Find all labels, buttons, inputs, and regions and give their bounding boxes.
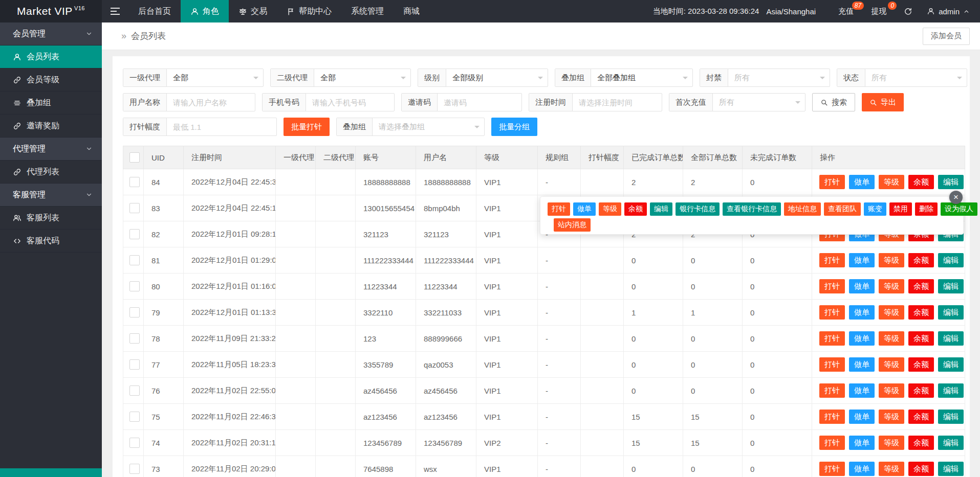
popup-action-bank-card-info-button[interactable]: 银行卡信息 (676, 202, 720, 216)
filter-phone-input[interactable] (306, 94, 394, 111)
popup-action-edit-button[interactable]: 编辑 (650, 202, 672, 216)
filter-agent1-select[interactable]: 全部 (167, 69, 263, 86)
row-action-level-button[interactable]: 等级 (879, 305, 904, 320)
popup-action-balance-button[interactable]: 余额 (624, 202, 647, 216)
nav-item-mall[interactable]: 商城 (394, 0, 429, 22)
row-action-make-order-button[interactable]: 做单 (849, 279, 875, 293)
row-checkbox[interactable] (129, 464, 140, 474)
nav-item-home[interactable]: 后台首页 (128, 0, 181, 22)
nav-item-trade[interactable]: 交易 (229, 0, 277, 22)
nav-item-help-center[interactable]: 帮助中心 (277, 0, 341, 22)
sidebar-item-service-list[interactable]: 客服列表 (0, 207, 102, 230)
sidebar-item-service-code[interactable]: 客服代码 (0, 230, 102, 253)
row-action-make-order-button[interactable]: 做单 (849, 462, 875, 476)
sidebar-item-member-level[interactable]: 会员等级 (0, 69, 102, 92)
refresh-icon[interactable] (904, 7, 912, 16)
row-action-make-order-button[interactable]: 做单 (849, 410, 875, 424)
row-checkbox[interactable] (129, 255, 140, 265)
row-action-level-button[interactable]: 等级 (879, 175, 904, 189)
popup-action-view-team-button[interactable]: 查看团队 (824, 202, 861, 216)
row-checkbox[interactable] (129, 412, 140, 422)
row-action-edit-button[interactable]: 编辑 (938, 253, 964, 267)
row-action-make-order-button[interactable]: 做单 (849, 253, 875, 267)
filter-agent2-select[interactable]: 全部 (314, 69, 410, 86)
popup-action-make-order-button[interactable]: 做单 (573, 202, 596, 216)
row-action-edit-button[interactable]: 编辑 (938, 462, 964, 476)
filter-invite-code-input[interactable] (438, 94, 521, 111)
filter-reg-time-input[interactable] (573, 94, 662, 111)
sidebar-item-member-list[interactable]: 会员列表 (0, 46, 102, 69)
row-action-balance-button[interactable]: 余额 (908, 357, 934, 372)
sidebar-section-member-management[interactable]: 会员管理 (0, 22, 102, 46)
row-checkbox[interactable] (129, 359, 140, 370)
sidebar-item-stack-group[interactable]: 叠加组 (0, 92, 102, 115)
row-action-balance-button[interactable]: 余额 (908, 175, 934, 189)
row-checkbox[interactable] (129, 177, 140, 187)
row-action-edit-button[interactable]: 编辑 (938, 383, 964, 398)
row-action-inject-button[interactable]: 打针 (819, 462, 845, 476)
filter-ban-select[interactable]: 所有 (728, 69, 830, 86)
nav-item-system[interactable]: 系统管理 (341, 0, 394, 22)
add-member-button[interactable]: 添加会员 (923, 28, 970, 45)
row-action-make-order-button[interactable]: 做单 (849, 357, 875, 372)
row-checkbox[interactable] (129, 281, 140, 291)
row-action-balance-button[interactable]: 余额 (908, 305, 934, 320)
row-checkbox[interactable] (129, 333, 140, 344)
row-action-edit-button[interactable]: 编辑 (938, 305, 964, 320)
row-action-inject-button[interactable]: 打针 (819, 410, 845, 424)
sidebar-item-agent-list[interactable]: 代理列表 (0, 161, 102, 184)
withdraw-link[interactable]: 提现 0 (871, 7, 886, 16)
popup-action-level-button[interactable]: 等级 (599, 202, 621, 216)
row-action-inject-button[interactable]: 打针 (819, 383, 845, 398)
select-all-checkbox[interactable] (129, 152, 140, 163)
row-action-balance-button[interactable]: 余额 (908, 436, 934, 450)
user-menu[interactable]: admin (927, 7, 970, 16)
row-action-level-button[interactable]: 等级 (879, 357, 904, 372)
row-action-inject-button[interactable]: 打针 (819, 175, 845, 189)
hamburger-icon[interactable] (102, 0, 128, 22)
row-checkbox[interactable] (129, 229, 140, 239)
row-action-level-button[interactable]: 等级 (879, 253, 904, 267)
row-action-inject-button[interactable]: 打针 (819, 357, 845, 372)
filter-stack-group-select[interactable]: 全部叠加组 (591, 69, 692, 86)
export-button[interactable]: 导出 (862, 93, 904, 111)
nav-item-roles[interactable]: 角色 (181, 0, 229, 22)
row-action-balance-button[interactable]: 余额 (908, 462, 934, 476)
row-checkbox[interactable] (129, 203, 140, 213)
row-action-inject-button[interactable]: 打针 (819, 279, 845, 293)
row-checkbox[interactable] (129, 307, 140, 317)
row-action-level-button[interactable]: 等级 (879, 279, 904, 293)
row-action-inject-button[interactable]: 打针 (819, 436, 845, 450)
row-action-edit-button[interactable]: 编辑 (938, 279, 964, 293)
row-action-balance-button[interactable]: 余额 (908, 331, 934, 346)
row-action-edit-button[interactable]: 编辑 (938, 175, 964, 189)
row-action-level-button[interactable]: 等级 (879, 383, 904, 398)
row-action-make-order-button[interactable]: 做单 (849, 383, 875, 398)
row-action-edit-button[interactable]: 编辑 (938, 331, 964, 346)
popup-action-site-message-button[interactable]: 站内消息 (554, 218, 591, 232)
row-action-edit-button[interactable]: 编辑 (938, 357, 964, 372)
filter-status-select[interactable]: 所有 (865, 69, 967, 86)
close-icon[interactable]: × (949, 191, 963, 204)
sidebar-section-agent-management[interactable]: 代理管理 (0, 138, 102, 161)
row-action-make-order-button[interactable]: 做单 (849, 175, 875, 189)
filter-inject-range-input[interactable] (167, 118, 276, 135)
popup-action-disable-button[interactable]: 禁用 (889, 202, 912, 216)
filter-first-recharge-select[interactable]: 所有 (713, 94, 805, 111)
popup-action-view-bank-card-info-button[interactable]: 查看银行卡信息 (723, 202, 781, 216)
row-action-balance-button[interactable]: 余额 (908, 410, 934, 424)
batch-group-button[interactable]: 批量分组 (491, 118, 537, 136)
filter-level-select[interactable]: 全部级别 (446, 69, 548, 86)
row-action-inject-button[interactable]: 打针 (819, 331, 845, 346)
sidebar-section-service-management[interactable]: 客服管理 (0, 184, 102, 207)
row-action-edit-button[interactable]: 编辑 (938, 410, 964, 424)
row-action-level-button[interactable]: 等级 (879, 436, 904, 450)
row-action-level-button[interactable]: 等级 (879, 462, 904, 476)
popup-action-delete-button[interactable]: 删除 (915, 202, 938, 216)
row-action-inject-button[interactable]: 打针 (819, 253, 845, 267)
popup-action-set-fake-button[interactable]: 设为假人 (941, 202, 977, 216)
row-action-balance-button[interactable]: 余额 (908, 279, 934, 293)
row-action-level-button[interactable]: 等级 (879, 410, 904, 424)
row-action-level-button[interactable]: 等级 (879, 331, 904, 346)
sidebar-item-invite-reward[interactable]: 邀请奖励 (0, 115, 102, 138)
